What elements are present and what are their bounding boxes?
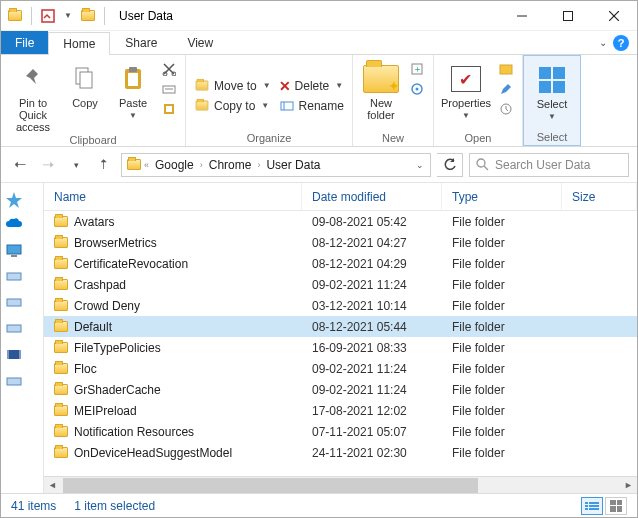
details-view-button[interactable] — [581, 497, 603, 515]
table-row[interactable]: FileTypePolicies16-09-2021 08:33File fol… — [44, 337, 637, 358]
row-date: 17-08-2021 12:02 — [302, 404, 442, 418]
cut-icon[interactable] — [161, 61, 177, 77]
ribbon-group-organize: Move to ▼ Copy to ▼ ✕ Delete ▼ Rename — [186, 55, 353, 146]
row-date: 16-09-2021 08:33 — [302, 341, 442, 355]
properties-dropdown-icon[interactable]: ▼ — [462, 111, 470, 120]
minimize-button[interactable] — [499, 1, 545, 31]
table-row[interactable]: MEIPreload17-08-2021 12:02File folder — [44, 400, 637, 421]
easy-access-icon[interactable] — [409, 81, 425, 97]
paste-shortcut-icon[interactable] — [161, 101, 177, 117]
breadcrumb-item[interactable]: Chrome — [205, 158, 256, 172]
properties-button[interactable]: Properties ▼ — [440, 61, 492, 120]
breadcrumb-separator-icon[interactable]: › — [200, 160, 203, 170]
table-row[interactable]: Default08-12-2021 05:44File folder — [44, 316, 637, 337]
move-to-button[interactable]: Move to ▼ — [192, 77, 273, 95]
close-button[interactable] — [591, 1, 637, 31]
qat-dropdown-icon[interactable]: ▼ — [60, 8, 76, 24]
breadcrumb-leading-separator[interactable]: « — [144, 160, 149, 170]
drive-icon-2[interactable] — [5, 295, 29, 313]
new-folder-button[interactable]: New folder — [359, 61, 403, 121]
organize-group-label: Organize — [247, 130, 292, 146]
table-row[interactable]: Crowd Deny03-12-2021 10:14File folder — [44, 295, 637, 316]
onedrive-icon[interactable] — [5, 217, 29, 235]
column-header-type[interactable]: Type — [442, 183, 562, 210]
recent-locations-button[interactable]: ▾ — [65, 154, 87, 176]
edit-icon[interactable] — [498, 81, 514, 97]
new-item-icon[interactable]: ＋ — [409, 61, 425, 77]
back-button[interactable]: 🠐 — [9, 154, 31, 176]
scroll-left-icon[interactable]: ◄ — [44, 477, 61, 494]
videos-icon[interactable] — [5, 347, 29, 365]
table-row[interactable]: Crashpad09-02-2021 11:24File folder — [44, 274, 637, 295]
folder-icon — [54, 426, 68, 437]
title-bar: ▼ User Data — [1, 1, 637, 31]
horizontal-scrollbar[interactable]: ◄ ► — [44, 476, 637, 493]
table-row[interactable]: GrShaderCache09-02-2021 11:24File folder — [44, 379, 637, 400]
folder-icon — [54, 279, 68, 290]
folder-icon — [54, 342, 68, 353]
column-header-date[interactable]: Date modified — [302, 183, 442, 210]
column-header-name[interactable]: Name — [44, 183, 302, 210]
drive-icon[interactable] — [5, 269, 29, 287]
scroll-right-icon[interactable]: ► — [620, 477, 637, 494]
svg-text:＋: ＋ — [412, 64, 421, 74]
select-button[interactable]: Select ▼ — [530, 62, 574, 121]
table-row[interactable]: Floc09-02-2021 11:24File folder — [44, 358, 637, 379]
help-icon[interactable]: ? — [613, 35, 629, 51]
copy-path-icon[interactable] — [161, 81, 177, 97]
breadcrumb-item[interactable]: Google — [151, 158, 198, 172]
copy-button[interactable]: Copy — [63, 61, 107, 109]
row-name: Notification Resources — [74, 425, 194, 439]
breadcrumb-item[interactable]: User Data — [262, 158, 324, 172]
this-pc-icon[interactable] — [5, 243, 29, 261]
breadcrumb-label: Google — [155, 158, 194, 172]
paste-dropdown-icon[interactable]: ▼ — [129, 111, 137, 120]
table-row[interactable]: OnDeviceHeadSuggestModel24-11-2021 02:30… — [44, 442, 637, 463]
tab-home[interactable]: Home — [48, 32, 110, 55]
svg-rect-16 — [281, 102, 293, 110]
qat-properties-icon[interactable] — [40, 8, 56, 24]
network-icon[interactable] — [5, 373, 29, 391]
tab-view[interactable]: View — [172, 31, 228, 54]
pin-icon — [20, 63, 46, 95]
table-row[interactable]: Notification Resources07-11-2021 05:07Fi… — [44, 421, 637, 442]
up-button[interactable]: 🠑 — [93, 154, 115, 176]
history-icon[interactable] — [498, 101, 514, 117]
rename-button[interactable]: Rename — [277, 97, 346, 115]
table-row[interactable]: BrowserMetrics08-12-2021 04:27File folde… — [44, 232, 637, 253]
drive-icon-3[interactable] — [5, 321, 29, 339]
rename-label: Rename — [299, 99, 344, 113]
tab-file[interactable]: File — [1, 31, 48, 54]
column-header-size[interactable]: Size — [562, 183, 637, 210]
search-box[interactable]: Search User Data — [469, 153, 629, 177]
pin-to-quick-access-button[interactable]: Pin to Quick access — [7, 61, 59, 133]
navigation-pane[interactable] — [1, 183, 44, 493]
refresh-button[interactable] — [437, 153, 463, 177]
address-bar[interactable]: « Google › Chrome › User Data ⌄ — [121, 153, 431, 177]
delete-button[interactable]: ✕ Delete ▼ — [277, 77, 346, 95]
open-icon[interactable] — [498, 61, 514, 77]
scrollbar-thumb[interactable] — [63, 478, 478, 493]
row-date: 09-02-2021 11:24 — [302, 383, 442, 397]
breadcrumb-separator-icon[interactable]: › — [257, 160, 260, 170]
window-title: User Data — [119, 9, 173, 23]
svg-rect-15 — [166, 106, 172, 112]
maximize-button[interactable] — [545, 1, 591, 31]
tab-share[interactable]: Share — [110, 31, 172, 54]
svg-rect-6 — [80, 72, 92, 88]
copy-icon — [73, 63, 97, 95]
address-dropdown-icon[interactable]: ⌄ — [410, 160, 430, 170]
table-row[interactable]: CertificateRevocation08-12-2021 04:29Fil… — [44, 253, 637, 274]
paste-button[interactable]: Paste ▼ — [111, 61, 155, 120]
table-row[interactable]: Avatars09-08-2021 05:42File folder — [44, 211, 637, 232]
large-icons-view-button[interactable] — [605, 497, 627, 515]
forward-button[interactable]: 🠒 — [37, 154, 59, 176]
collapse-ribbon-icon[interactable]: ⌄ — [599, 37, 607, 48]
copy-to-button[interactable]: Copy to ▼ — [192, 97, 273, 115]
status-item-count: 41 items — [11, 499, 56, 513]
quick-access-icon[interactable] — [5, 191, 29, 209]
select-dropdown-icon[interactable]: ▼ — [548, 112, 556, 121]
copy-to-icon — [194, 98, 210, 114]
row-name: Floc — [74, 362, 97, 376]
ribbon-group-select: Select ▼ Select — [523, 55, 581, 146]
